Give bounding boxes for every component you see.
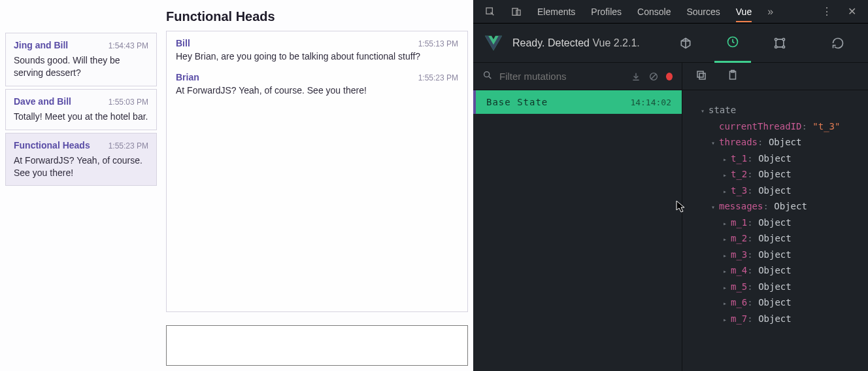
message-body: At ForwardJS? Yeah, of course. See you t… (176, 85, 458, 96)
message-body: Hey Brian, are you going to be talking a… (176, 51, 458, 62)
thread-snippet: At ForwardJS? Yeah, of course. See you t… (14, 154, 148, 179)
message-author: Brian (176, 72, 199, 82)
app-main: Jing and Bill1:54:43 PMSounds good. Will… (5, 5, 468, 366)
chat-app: Jing and Bill1:54:43 PMSounds good. Will… (0, 0, 473, 371)
thread-title: Jing and Bill (14, 40, 68, 50)
thread-snippet: Sounds good. Will they be serving desser… (14, 54, 148, 79)
chat-log: Bill1:55:13 PMHey Brian, are you going t… (166, 31, 468, 312)
mutations-list: Base State14:14:02 (473, 90, 682, 371)
thread-title: Dave and Bill (14, 96, 71, 107)
close-devtools-icon[interactable]: ✕ (848, 5, 856, 18)
thread-card[interactable]: Dave and Bill1:55:03 PMTotally! Meet you… (5, 89, 157, 130)
record-icon[interactable] (666, 73, 673, 80)
svg-point-7 (782, 46, 784, 48)
svg-rect-10 (699, 73, 705, 79)
chat-title: Functional Heads (166, 5, 468, 31)
refresh-icon[interactable] (820, 24, 856, 63)
inspect-icon[interactable] (485, 7, 495, 17)
svg-point-5 (782, 38, 784, 40)
kebab-menu-icon[interactable]: ⋮ (822, 5, 832, 18)
vue-status: Ready. Detected Vue 2.2.1. (512, 37, 640, 49)
threads-list: Jing and Bill1:54:43 PMSounds good. Will… (5, 33, 157, 366)
tab-sources[interactable]: Sources (686, 7, 720, 17)
tab-elements[interactable]: Elements (537, 7, 575, 17)
devtools-tabs: Elements Profiles Console Sources Vue » … (473, 0, 868, 24)
device-toggle-icon[interactable] (511, 7, 522, 17)
search-icon (482, 70, 493, 83)
vue-logo-icon (485, 35, 502, 52)
components-tab-icon[interactable] (667, 24, 704, 63)
mutations-filter-bar (473, 63, 682, 90)
thread-time: 1:55:03 PM (108, 97, 148, 107)
svg-rect-1 (512, 8, 518, 15)
message-time: 1:55:23 PM (418, 73, 458, 82)
events-tab-icon[interactable] (761, 24, 798, 63)
thread-card[interactable]: Functional Heads1:55:23 PMAt ForwardJS? … (5, 133, 157, 186)
devtools-panel: Elements Profiles Console Sources Vue » … (473, 0, 868, 371)
state-column: statecurrentThreadID: "t_3"threads: Obje… (682, 63, 868, 371)
mutation-item[interactable]: Base State14:14:02 (473, 90, 682, 114)
tab-profiles[interactable]: Profiles (591, 7, 622, 17)
svg-rect-2 (516, 10, 520, 15)
thread-snippet: Totally! Meet you at the hotel bar. (14, 111, 148, 123)
mutation-time: 14:14:02 (630, 97, 671, 107)
thread-time: 1:54:43 PM (108, 41, 148, 50)
more-tabs-icon[interactable]: » (767, 6, 773, 18)
copy-icon[interactable] (695, 69, 707, 84)
clear-icon[interactable] (648, 71, 659, 82)
download-icon[interactable] (630, 71, 641, 82)
message: Bill1:55:13 PMHey Brian, are you going t… (176, 38, 458, 62)
vue-body: Base State14:14:02 statecurrentThreadID:… (473, 63, 868, 371)
mutation-label: Base State (486, 97, 548, 107)
filter-mutations-input[interactable] (499, 71, 624, 82)
state-tools (682, 63, 868, 90)
thread-time: 1:55:23 PM (108, 141, 148, 150)
tab-console[interactable]: Console (637, 7, 671, 17)
chat-column: Functional Heads Bill1:55:13 PMHey Brian… (166, 5, 468, 366)
vuex-tab-icon[interactable] (714, 24, 751, 63)
tab-vue[interactable]: Vue (736, 7, 752, 22)
compose-input[interactable] (166, 325, 468, 366)
svg-point-4 (775, 38, 777, 40)
mutations-column: Base State14:14:02 (473, 63, 682, 371)
message: Brian1:55:23 PMAt ForwardJS? Yeah, of co… (176, 72, 458, 96)
svg-point-6 (775, 46, 777, 48)
state-tree[interactable]: statecurrentThreadID: "t_3"threads: Obje… (682, 90, 868, 371)
message-author: Bill (176, 38, 190, 48)
vue-header: Ready. Detected Vue 2.2.1. (473, 24, 868, 63)
svg-point-8 (484, 71, 490, 77)
message-time: 1:55:13 PM (418, 39, 458, 48)
thread-card[interactable]: Jing and Bill1:54:43 PMSounds good. Will… (5, 33, 157, 86)
clipboard-icon[interactable] (727, 69, 739, 84)
thread-title: Functional Heads (14, 140, 90, 150)
svg-rect-11 (697, 71, 703, 77)
